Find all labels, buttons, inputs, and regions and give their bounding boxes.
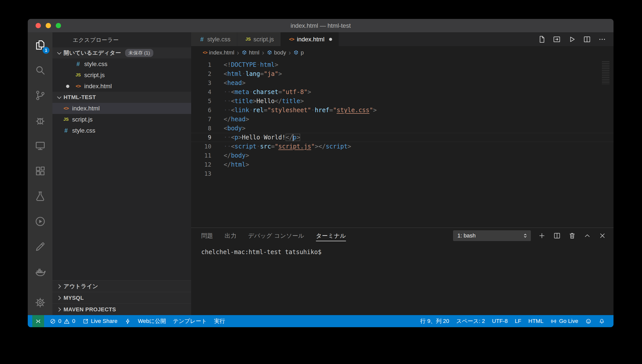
open-changes-button[interactable] [537,35,546,44]
minimize-button[interactable] [46,23,51,28]
live-share-button[interactable]: Live Share [79,315,121,327]
code-line[interactable]: 6··<link·rel="stylesheet"·href="style.cs… [191,106,614,115]
sidebar-section[interactable]: アウトライン [52,280,191,292]
run-label: 実行 [214,317,225,325]
tab[interactable]: JSscript.js [237,32,281,46]
remote-indicator[interactable] [32,315,44,327]
code-token: < [224,125,227,132]
kill-terminal-icon [568,232,576,240]
terminal-selector[interactable]: 1: bash [453,230,531,241]
sidebar-section[interactable]: MYSQL [52,292,191,304]
language-mode[interactable]: HTML [525,315,547,327]
panel-tab[interactable]: デバッグ コンソール [248,228,304,244]
docker-activity-button[interactable] [28,259,52,284]
edit-activity-button[interactable] [28,234,52,259]
new-terminal-button[interactable] [538,232,546,240]
open-editor-item[interactable]: <>index.html [52,81,191,92]
open-editor-item[interactable]: JSscript.js [52,70,191,81]
line-content: ··<p>Hello·World!</p> [211,133,300,142]
modified-dot [329,38,332,41]
tab[interactable]: <>index.html [281,32,339,46]
sidebar-section[interactable]: MAVEN PROJECTS [52,304,191,315]
line-number[interactable]: 4 [191,87,211,97]
test-activity-button[interactable] [28,184,52,209]
line-number[interactable]: 8 [191,124,211,133]
cursor-position[interactable]: 行 9、列 20 [417,315,453,327]
panel-tab[interactable]: 出力 [225,228,237,244]
line-number[interactable]: 7 [191,115,211,124]
open-editors-header[interactable]: 開いているエディター 未保存 (1) [52,47,191,58]
remote-explorer-activity-button[interactable] [28,133,52,158]
editor[interactable]: 1<!DOCTYPE·html>2<html·lang="ja">3<head>… [191,59,614,228]
minimap[interactable] [602,61,609,84]
notifications-button[interactable] [595,315,608,327]
template-button[interactable]: テンプレート [169,315,211,327]
code-line[interactable]: 9··<p>Hello·World!</p> [191,133,614,142]
code-line[interactable]: 2<html·lang="ja"> [191,69,614,78]
line-number[interactable]: 6 [191,106,211,115]
code-line[interactable]: 4··<meta·charset="utf-8"> [191,87,614,97]
run-task-button[interactable]: 実行 [211,315,229,327]
code-line[interactable]: 11</body> [191,151,614,160]
line-content: </head> [211,115,249,124]
code-line[interactable]: 5··<title>Hello</title> [191,97,614,106]
close-panel-button[interactable] [598,232,606,240]
tab[interactable]: #style.css [191,32,237,46]
breadcrumb-item[interactable]: p [293,49,304,56]
breadcrumb-item[interactable]: body [267,49,286,56]
file-item[interactable]: JSscript.js [52,114,191,125]
folder-header[interactable]: HTML-TEST [52,92,191,103]
code-line[interactable]: 3<head> [191,78,614,87]
panel-tab-label: ターミナル [316,232,346,240]
go-live-button[interactable]: Go Live [547,315,582,327]
live-server-activity-button[interactable] [28,209,52,234]
open-preview-button[interactable] [552,35,561,44]
source-control-activity-button[interactable] [28,83,52,108]
line-number[interactable]: 9 [191,133,211,142]
search-activity-button[interactable] [28,57,52,83]
run-code-button[interactable] [568,35,576,44]
breadcrumb-item[interactable]: html [242,49,259,56]
open-editor-item[interactable]: #style.css [52,58,191,70]
eol-status[interactable]: LF [511,315,525,327]
line-number[interactable]: 12 [191,160,211,169]
problems-status[interactable]: 0 0 [46,315,79,327]
split-terminal-button[interactable] [553,232,561,240]
maximize-panel-button[interactable] [583,232,591,240]
indentation-status[interactable]: スペース: 2 [453,315,488,327]
code-line[interactable]: 13 [191,169,614,178]
code-line[interactable]: 1<!DOCTYPE·html> [191,60,614,69]
terminal[interactable]: chelchel-mac:html-test tatsuhiko$ [191,244,614,256]
kill-terminal-button[interactable] [568,232,576,240]
panel-tab[interactable]: 問題 [201,228,213,244]
more-actions-button[interactable] [598,35,606,44]
file-item[interactable]: #style.css [52,125,191,136]
line-number[interactable]: 13 [191,169,211,178]
line-number[interactable]: 3 [191,78,211,87]
encoding-status[interactable]: UTF-8 [488,315,511,327]
code-line[interactable]: 7</head> [191,115,614,124]
publish-web-button[interactable]: Webに公開 [134,315,169,327]
debug-activity-button[interactable] [28,108,52,133]
code-token: html [231,161,246,168]
panel-tab[interactable]: ターミナル [316,228,346,244]
code-line[interactable]: 10··<script·src="script.js"></script> [191,142,614,151]
line-number[interactable]: 2 [191,69,211,78]
breadcrumb-item[interactable]: <>index.html [203,49,234,56]
close-button[interactable] [36,23,41,28]
settings-activity-button[interactable] [28,290,52,315]
deploy-button[interactable] [121,315,134,327]
file-item[interactable]: <>index.html [52,103,191,114]
code-token: > [246,152,249,159]
split-editor-button[interactable] [583,35,591,44]
code-line[interactable]: 12</html> [191,160,614,169]
code-line[interactable]: 8<body> [191,124,614,133]
line-number[interactable]: 11 [191,151,211,160]
line-number[interactable]: 5 [191,97,211,106]
feedback-button[interactable] [582,315,595,327]
line-number[interactable]: 10 [191,142,211,151]
explorer-activity-button[interactable]: 1 [28,32,52,57]
zoom-button[interactable] [56,23,61,28]
line-number[interactable]: 1 [191,60,211,69]
extensions-activity-button[interactable] [28,158,52,184]
